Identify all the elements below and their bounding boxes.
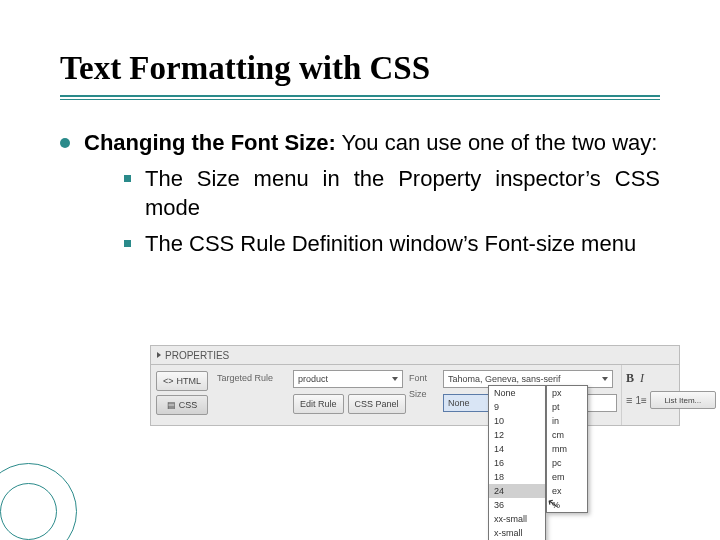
size-option[interactable]: 14: [489, 442, 545, 456]
panel-triangle-icon: [157, 352, 161, 358]
sub-bullet-1: The Size menu in the Property inspector’…: [124, 164, 660, 223]
sub-bullet-1-text: The Size menu in the Property inspector’…: [145, 164, 660, 223]
html-mode-button[interactable]: <>HTML: [156, 371, 208, 391]
chevron-down-icon: [392, 377, 398, 381]
bullet-lead: Changing the Font Size:: [84, 130, 336, 155]
bullet-level1: Changing the Font Size: You can use one …: [60, 128, 660, 259]
unit-option[interactable]: em: [547, 470, 587, 484]
css-mode-label: CSS: [179, 400, 198, 410]
italic-icon[interactable]: I: [640, 371, 644, 386]
font-label: Font: [409, 373, 437, 383]
sub-bullet-icon: [124, 175, 131, 182]
panel-header: PROPERTIES: [150, 345, 680, 364]
size-value: None: [448, 398, 470, 408]
ordered-list-icon[interactable]: 1≡: [635, 395, 646, 406]
size-option[interactable]: 18: [489, 470, 545, 484]
size-option[interactable]: 16: [489, 456, 545, 470]
size-label: Size: [409, 389, 437, 399]
targeted-rule-label: Targeted Rule: [217, 373, 287, 383]
size-dropdown-menu[interactable]: None910121416182436xx-smallx-smallsmall: [488, 385, 546, 540]
unit-option[interactable]: px: [547, 386, 587, 400]
bold-icon[interactable]: B: [626, 371, 634, 386]
unit-option[interactable]: mm: [547, 442, 587, 456]
chevron-down-icon: [602, 377, 608, 381]
size-option[interactable]: x-small: [489, 526, 545, 540]
size-option[interactable]: None: [489, 386, 545, 400]
unit-option[interactable]: pc: [547, 456, 587, 470]
css-mode-button[interactable]: ▤CSS: [156, 395, 208, 415]
html-mode-label: HTML: [177, 376, 202, 386]
unit-option[interactable]: pt: [547, 400, 587, 414]
size-option[interactable]: xx-small: [489, 512, 545, 526]
size-option[interactable]: 36: [489, 498, 545, 512]
properties-panel: PROPERTIES <>HTML ▤CSS Targeted Rule pro…: [150, 345, 680, 426]
slide-body: Changing the Font Size: You can use one …: [60, 128, 660, 259]
slide: Text Formatting with CSS Changing the Fo…: [0, 0, 720, 540]
panel-body: <>HTML ▤CSS Targeted Rule product: [150, 364, 680, 426]
edit-rule-button[interactable]: Edit Rule: [293, 394, 344, 414]
sub-bullet-2-text: The CSS Rule Definition window’s Font-si…: [145, 229, 660, 259]
css-panel-button[interactable]: CSS Panel: [348, 394, 406, 414]
size-option[interactable]: 12: [489, 428, 545, 442]
slide-title: Text Formatting with CSS: [60, 50, 660, 87]
corner-circle-decoration-small: [0, 483, 57, 540]
unit-option[interactable]: in: [547, 414, 587, 428]
size-option[interactable]: 24: [489, 484, 545, 498]
title-underline: [60, 95, 660, 100]
bullet-icon: [60, 138, 70, 148]
targeted-rule-value: product: [298, 374, 328, 384]
unit-dropdown-menu[interactable]: pxptincmmmpcemex%: [546, 385, 588, 513]
sub-bullet-2: The CSS Rule Definition window’s Font-si…: [124, 229, 660, 259]
targeted-rule-select[interactable]: product: [293, 370, 403, 388]
list-item-button[interactable]: List Item...: [650, 391, 716, 409]
panel-title: PROPERTIES: [165, 350, 229, 361]
panel-left-column: <>HTML ▤CSS: [151, 365, 213, 425]
bullet-text: Changing the Font Size: You can use one …: [84, 128, 660, 259]
size-option[interactable]: 10: [489, 414, 545, 428]
font-value: Tahoma, Geneva, sans-serif: [448, 374, 561, 384]
size-option[interactable]: 9: [489, 400, 545, 414]
cursor-icon: ↖: [546, 494, 561, 512]
unordered-list-icon[interactable]: ≡: [626, 394, 632, 406]
bullet-rest: You can use one of the two way:: [336, 130, 658, 155]
panel-right-column: B I ≡ 1≡ List Item...: [621, 365, 720, 425]
unit-option[interactable]: cm: [547, 428, 587, 442]
sub-bullet-icon: [124, 240, 131, 247]
